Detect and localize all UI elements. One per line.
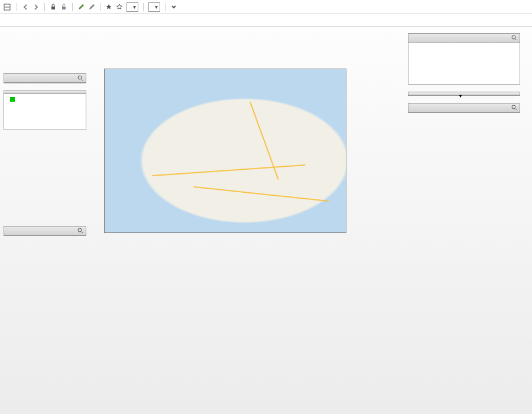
svg-point-5 (512, 35, 515, 39)
winkels-panel (4, 73, 86, 83)
bookmark-select[interactable] (126, 2, 138, 12)
index-panel (408, 33, 520, 85)
index-list (408, 43, 520, 84)
winkel-table-panel: ▾ (408, 92, 520, 96)
svg-rect-2 (62, 7, 66, 9)
forward-button[interactable] (33, 4, 40, 11)
search-icon[interactable] (77, 228, 83, 234)
lock-icon (50, 4, 57, 11)
tab-bar (0, 14, 532, 27)
edit2-button[interactable] (88, 4, 95, 11)
search-icon[interactable] (511, 105, 517, 111)
star-solid-icon (105, 4, 112, 11)
star-outline-icon (116, 4, 123, 11)
forward-icon (33, 4, 40, 11)
unlock-icon (60, 4, 67, 11)
clear-icon (4, 4, 11, 11)
back-button[interactable] (22, 4, 29, 11)
search-icon[interactable] (511, 35, 517, 41)
chevron-down-icon (170, 4, 177, 11)
svg-point-4 (78, 228, 82, 232)
pencil-icon (77, 4, 85, 11)
report-select[interactable] (148, 2, 160, 12)
clear-button[interactable] (4, 4, 12, 11)
bookmark-new-button[interactable] (116, 4, 123, 11)
lock-button[interactable] (50, 4, 57, 11)
svg-point-6 (512, 105, 515, 109)
filter-active-icon (10, 97, 15, 102)
maptype-panel-right (408, 103, 520, 113)
bookmark-button[interactable] (105, 4, 112, 11)
unlock-button[interactable] (60, 4, 67, 11)
edit-button[interactable] (77, 4, 85, 11)
sort-icon[interactable]: ▾ (459, 93, 462, 99)
winkel-col-header[interactable]: ▾ (408, 92, 464, 95)
back-icon (22, 4, 29, 11)
index-col-header[interactable] (464, 92, 520, 95)
map[interactable] (104, 69, 346, 233)
svg-point-3 (78, 76, 82, 79)
filters-panel (4, 90, 86, 130)
search-icon[interactable] (77, 75, 83, 81)
pencil-alt-icon (88, 4, 95, 11)
workspace: ▾ (0, 27, 532, 414)
toolbar (0, 0, 532, 14)
more-button[interactable] (170, 4, 179, 11)
maptype-panel-left (4, 226, 86, 236)
svg-rect-1 (51, 7, 55, 9)
